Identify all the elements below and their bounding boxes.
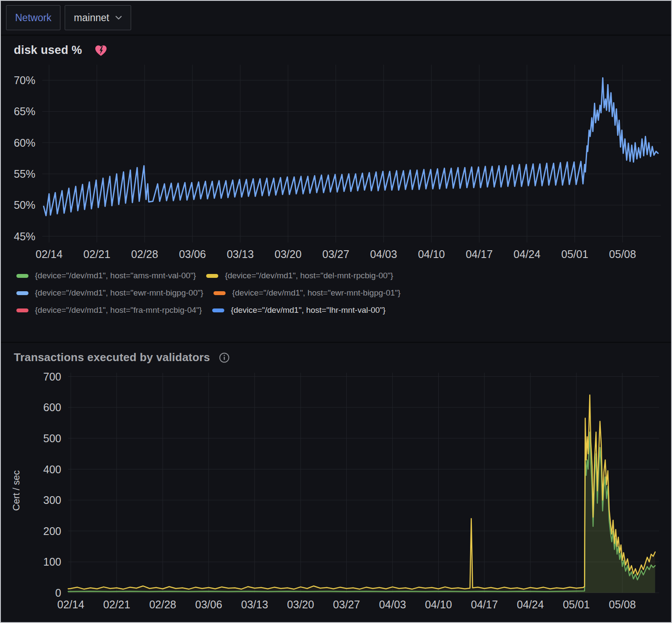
svg-text:03/27: 03/27	[333, 598, 360, 610]
svg-text:70%: 70%	[14, 74, 35, 86]
svg-text:400: 400	[43, 463, 61, 475]
network-variable-label-box: Network	[6, 5, 60, 30]
series-color-swatch	[214, 291, 226, 295]
legend-item[interactable]: {device="/dev/md1", host="ewr-mnt-bigpg-…	[16, 288, 203, 298]
svg-text:02/14: 02/14	[36, 248, 63, 260]
svg-text:03/13: 03/13	[241, 598, 268, 610]
legend-label: {device="/dev/md1", host="ewr-mnt-bigpg-…	[232, 288, 400, 298]
svg-text:04/24: 04/24	[517, 598, 544, 610]
svg-text:04/24: 04/24	[514, 248, 541, 260]
broken-heart-icon	[94, 44, 108, 57]
transactions-chart[interactable]: 010020030040050060070002/1402/2102/2803/…	[4, 366, 669, 616]
series-color-swatch	[16, 291, 28, 295]
svg-text:05/01: 05/01	[561, 248, 588, 260]
tx-panel-header: Transactions executed by validators	[1, 343, 671, 366]
svg-text:50%: 50%	[14, 199, 35, 211]
network-variable-label: Network	[15, 12, 51, 24]
dashboard-topbar: Network mainnet	[1, 1, 671, 35]
svg-text:03/06: 03/06	[179, 248, 206, 260]
legend-item[interactable]: {device="/dev/md1", host="lhr-mnt-val-00…	[212, 305, 386, 315]
svg-text:03/06: 03/06	[195, 598, 223, 610]
legend-label: {device="/dev/md1", host="ams-mnt-val-00…	[35, 271, 196, 280]
svg-text:60%: 60%	[14, 137, 35, 149]
series-color-swatch	[206, 274, 218, 278]
legend-item[interactable]: {device="/dev/md1", host="del-mnt-rpcbig…	[206, 271, 393, 280]
svg-text:03/20: 03/20	[275, 248, 302, 260]
grafana-dashboard: { "topbar": { "variable_label": "Network…	[0, 0, 672, 623]
svg-text:0: 0	[55, 587, 61, 599]
svg-text:700: 700	[43, 371, 61, 383]
disk-used-panel: disk used % 45%50%55%60%65%70%02/1402/21…	[1, 36, 671, 342]
svg-text:600: 600	[43, 401, 61, 413]
svg-text:02/14: 02/14	[57, 598, 85, 610]
svg-text:500: 500	[43, 432, 61, 444]
svg-text:03/20: 03/20	[287, 598, 314, 610]
svg-text:200: 200	[43, 525, 61, 537]
legend-label: {device="/dev/md1", host="ewr-mnt-bigpg-…	[35, 288, 203, 298]
svg-text:03/13: 03/13	[227, 248, 254, 260]
svg-text:02/28: 02/28	[149, 598, 176, 610]
svg-text:45%: 45%	[14, 230, 35, 242]
legend-item[interactable]: {device="/dev/md1", host="fra-mnt-rpcbig…	[16, 305, 202, 315]
network-variable-dropdown[interactable]: mainnet	[65, 5, 131, 30]
legend-label: {device="/dev/md1", host="fra-mnt-rpcbig…	[35, 305, 202, 315]
svg-text:55%: 55%	[14, 168, 35, 180]
svg-text:04/10: 04/10	[418, 248, 445, 260]
transactions-panel: Transactions executed by validators Cert…	[1, 343, 671, 623]
series-color-swatch	[212, 308, 224, 312]
svg-text:04/17: 04/17	[466, 248, 493, 260]
tx-y-axis-label: Cert / sec	[11, 470, 22, 511]
tx-panel-title[interactable]: Transactions executed by validators	[14, 351, 210, 364]
disk-chart-legend: {device="/dev/md1", host="ams-mnt-val-00…	[1, 267, 671, 315]
svg-text:02/21: 02/21	[103, 598, 130, 610]
svg-text:02/28: 02/28	[131, 248, 158, 260]
svg-text:05/08: 05/08	[609, 598, 636, 610]
series-color-swatch	[16, 274, 28, 278]
disk-panel-header: disk used %	[1, 36, 671, 59]
series-color-swatch	[16, 308, 28, 312]
svg-text:04/03: 04/03	[370, 248, 397, 260]
svg-text:03/27: 03/27	[322, 248, 349, 260]
disk-panel-title[interactable]: disk used %	[14, 44, 82, 57]
legend-label: {device="/dev/md1", host="lhr-mnt-val-00…	[231, 305, 386, 315]
svg-text:04/03: 04/03	[379, 598, 406, 610]
svg-text:02/21: 02/21	[83, 248, 110, 260]
svg-text:05/01: 05/01	[563, 598, 590, 610]
svg-text:05/08: 05/08	[609, 248, 636, 260]
legend-label: {device="/dev/md1", host="del-mnt-rpcbig…	[225, 271, 393, 280]
svg-text:04/17: 04/17	[471, 598, 498, 610]
chevron-down-icon	[115, 16, 122, 20]
legend-item[interactable]: {device="/dev/md1", host="ams-mnt-val-00…	[16, 271, 196, 280]
svg-text:100: 100	[43, 556, 61, 568]
svg-text:65%: 65%	[14, 105, 35, 117]
legend-item[interactable]: {device="/dev/md1", host="ewr-mnt-bigpg-…	[214, 288, 400, 298]
disk-used-chart[interactable]: 45%50%55%60%65%70%02/1402/2102/2803/0603…	[4, 59, 669, 267]
network-variable-value[interactable]: mainnet	[74, 12, 109, 24]
svg-text:04/10: 04/10	[425, 598, 452, 610]
svg-text:300: 300	[43, 494, 61, 506]
info-icon[interactable]	[219, 352, 230, 363]
